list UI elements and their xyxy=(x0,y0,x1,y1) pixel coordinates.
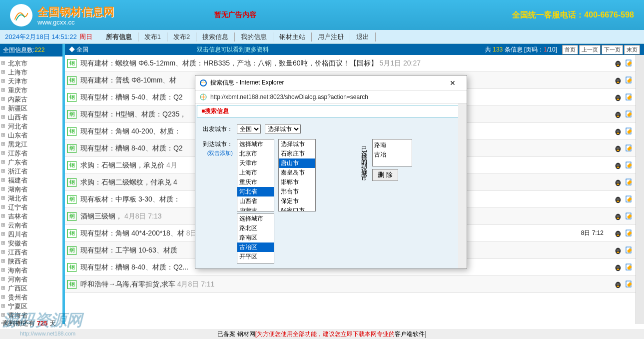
qq-icon[interactable] xyxy=(614,161,623,170)
nav-all-info[interactable]: 所有信息 xyxy=(100,32,138,42)
nav-register[interactable]: 用户注册 xyxy=(312,32,350,42)
tree-item[interactable]: 湖北省 xyxy=(1,194,61,203)
tree-item[interactable]: 黑龙江 xyxy=(1,140,61,149)
tree-item[interactable]: 浙江省 xyxy=(1,167,61,176)
tree-item[interactable]: 云南省 xyxy=(1,221,61,230)
tree-item[interactable]: 江苏省 xyxy=(1,149,61,158)
district-listbox[interactable]: 选择城市路北区路南区古冶区开平区丰润区丰南区 xyxy=(237,214,274,264)
edit-icon[interactable] xyxy=(625,229,633,237)
tree-item[interactable]: 新疆区 xyxy=(1,104,61,113)
list-row[interactable]: 钢 现有建材：螺纹钢 Φ6.5-12mm、材质：HRB335，产地：八钢，数量6… xyxy=(65,55,636,72)
qq-icon[interactable] xyxy=(614,144,623,153)
qq-icon[interactable] xyxy=(614,212,623,221)
edit-icon[interactable] xyxy=(625,76,633,84)
nav-logout[interactable]: 退出 xyxy=(350,32,376,42)
qq-icon[interactable] xyxy=(614,127,623,136)
tree-item[interactable]: 宁夏区 xyxy=(1,302,61,311)
listbox-item[interactable]: 选择城市 xyxy=(237,214,274,224)
nav-search[interactable]: 搜索信息 xyxy=(196,32,235,42)
qq-icon[interactable] xyxy=(614,178,623,187)
selected-item[interactable]: 路南 xyxy=(374,140,411,150)
tree-item[interactable]: 内蒙古 xyxy=(1,95,61,104)
edit-icon[interactable] xyxy=(625,93,633,101)
listbox-item[interactable]: 河北省 xyxy=(237,187,274,196)
qq-icon[interactable] xyxy=(614,195,623,204)
edit-icon[interactable] xyxy=(625,212,633,220)
tree-item[interactable]: 安徽省 xyxy=(1,239,61,248)
listbox-item[interactable]: 天津市 xyxy=(237,158,274,168)
selected-box[interactable]: 路南古冶 xyxy=(372,139,412,166)
tree-item[interactable]: 山东省 xyxy=(1,131,61,140)
close-icon[interactable]: ✕ xyxy=(443,79,463,87)
tree-item[interactable]: 北京市 xyxy=(1,59,61,68)
tree-item[interactable]: 重庆市 xyxy=(1,86,61,95)
last-page-button[interactable]: 末页 xyxy=(624,45,640,54)
edit-icon[interactable] xyxy=(625,110,633,118)
edit-icon[interactable] xyxy=(625,246,633,254)
qq-icon[interactable] xyxy=(614,263,623,272)
listbox-item[interactable]: 上海市 xyxy=(237,168,274,178)
qq-icon[interactable] xyxy=(614,76,623,85)
tree-item[interactable]: 吉林省 xyxy=(1,212,61,221)
tree-item[interactable]: 福建省 xyxy=(1,176,61,185)
tree-item[interactable]: 天津市 xyxy=(1,77,61,86)
tree-item[interactable]: 广东省 xyxy=(1,158,61,167)
listbox-item[interactable]: 北京市 xyxy=(237,149,274,158)
qq-icon[interactable] xyxy=(614,229,623,238)
qq-icon[interactable] xyxy=(614,246,623,255)
nav-publish1[interactable]: 发布1 xyxy=(138,32,167,42)
listbox-item[interactable]: 邢台市 xyxy=(279,187,315,196)
listbox-item[interactable]: 邯郸市 xyxy=(279,178,315,187)
depart-city-select[interactable]: 选择城市 xyxy=(265,124,301,134)
province-listbox[interactable]: 选择城市北京市天津市上海市重庆市河北省山西省内蒙古辽宁省吉林省 xyxy=(237,139,274,212)
listbox-item[interactable]: 丰润区 xyxy=(237,262,274,264)
tree-item[interactable]: 上海市 xyxy=(1,68,61,77)
listbox-item[interactable]: 开平区 xyxy=(237,252,274,262)
depart-country-select[interactable]: 全国 xyxy=(237,124,261,134)
edit-icon[interactable] xyxy=(625,263,633,271)
listbox-item[interactable]: 张家口市 xyxy=(279,206,315,212)
listbox-item[interactable]: 重庆市 xyxy=(237,178,274,187)
edit-icon[interactable] xyxy=(625,144,633,152)
listbox-item[interactable]: 保定市 xyxy=(279,196,315,206)
edit-icon[interactable] xyxy=(625,59,633,67)
qq-icon[interactable] xyxy=(614,59,623,68)
tree-item[interactable]: 江西省 xyxy=(1,248,61,257)
tree-item[interactable]: 河南省 xyxy=(1,275,61,284)
prev-page-button[interactable]: 上一页 xyxy=(579,45,601,54)
listbox-item[interactable]: 山西省 xyxy=(237,196,274,206)
selected-item[interactable]: 古冶 xyxy=(374,150,411,160)
qq-icon[interactable] xyxy=(614,280,623,289)
nav-main-site[interactable]: 钢材主站 xyxy=(273,32,312,42)
edit-icon[interactable] xyxy=(625,127,633,135)
tree-item[interactable]: 广西区 xyxy=(1,284,61,293)
listbox-item[interactable]: 古冶区 xyxy=(237,242,274,252)
listbox-item[interactable]: 选择城市 xyxy=(279,140,315,149)
delete-button[interactable]: 删 除 xyxy=(372,169,398,181)
edit-icon[interactable] xyxy=(625,195,633,203)
tree-item[interactable]: 辽宁省 xyxy=(1,203,61,212)
list-row[interactable]: 钢 呼和浩特→乌海,有零担货,求车 4月8日 7:11 xyxy=(65,276,636,293)
scrollbar[interactable] xyxy=(636,55,644,324)
listbox-item[interactable]: 路北区 xyxy=(237,224,274,233)
edit-icon[interactable] xyxy=(625,280,633,288)
nav-my-info[interactable]: 我的信息 xyxy=(235,32,273,42)
listbox-item[interactable]: 秦皇岛市 xyxy=(279,168,315,178)
city-listbox[interactable]: 选择城市石家庄市唐山市秦皇岛市邯郸市邢台市保定市张家口市承德市沧州市 xyxy=(278,139,316,212)
tree-item[interactable]: 山西省 xyxy=(1,113,61,122)
dialog-scrollbar[interactable] xyxy=(458,104,467,268)
nav-publish2[interactable]: 发布2 xyxy=(167,32,196,42)
listbox-item[interactable]: 石家庄市 xyxy=(279,149,315,158)
listbox-item[interactable]: 路南区 xyxy=(237,233,274,242)
dialog-titlebar[interactable]: 搜索信息 - Internet Explorer ✕ xyxy=(195,76,467,90)
next-page-button[interactable]: 下一页 xyxy=(602,45,623,54)
tree-item[interactable]: 河北省 xyxy=(1,122,61,131)
tree-item[interactable]: 四川省 xyxy=(1,230,61,239)
qq-icon[interactable] xyxy=(614,93,623,102)
tree-item[interactable]: 贵州省 xyxy=(1,293,61,302)
tree-item[interactable]: 陕西省 xyxy=(1,257,61,266)
tree-item[interactable]: 海南省 xyxy=(1,266,61,275)
edit-icon[interactable] xyxy=(625,178,633,186)
listbox-item[interactable]: 唐山市 xyxy=(279,158,315,168)
listbox-item[interactable]: 选择城市 xyxy=(237,140,274,149)
